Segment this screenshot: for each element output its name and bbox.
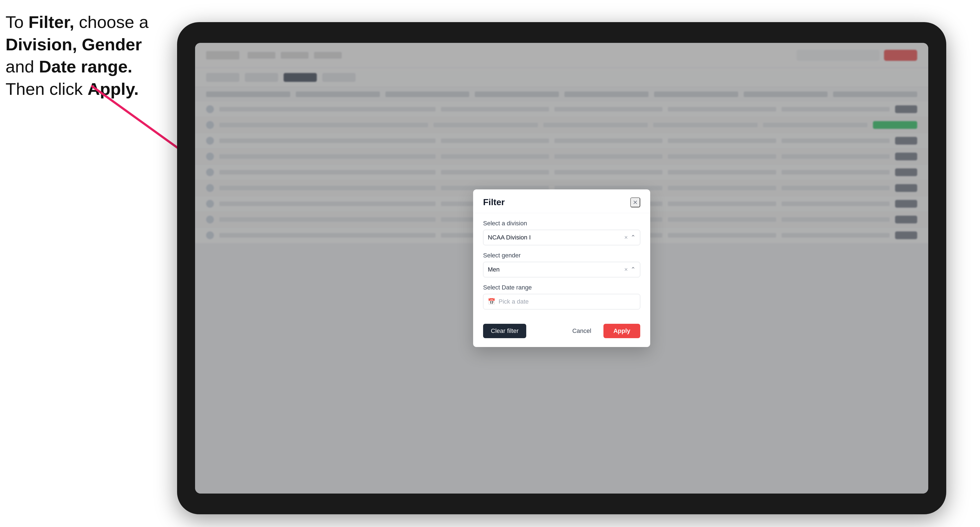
- instruction-bold3: Date range.: [39, 57, 132, 76]
- modal-close-button[interactable]: ×: [630, 197, 640, 207]
- modal-body: Select a division NCAA Division I × ⌃ Se…: [473, 220, 650, 324]
- division-arrow-icon[interactable]: ⌃: [630, 234, 636, 241]
- modal-overlay: Filter × Select a division NCAA Division…: [195, 43, 928, 494]
- instruction-text: To Filter, choose a Division, Gender and…: [6, 11, 166, 100]
- gender-clear-icon[interactable]: ×: [624, 266, 628, 273]
- modal-title: Filter: [483, 197, 505, 207]
- instruction-line2: choose a: [74, 13, 149, 32]
- division-form-group: Select a division NCAA Division I × ⌃: [483, 220, 640, 245]
- date-input[interactable]: 📅 Pick a date: [483, 294, 640, 310]
- tablet-frame: Filter × Select a division NCAA Division…: [177, 22, 946, 514]
- instruction-bold2: Division, Gender: [6, 35, 142, 54]
- division-controls: × ⌃: [624, 234, 636, 241]
- instruction-line3: and: [6, 57, 39, 76]
- clear-filter-button[interactable]: Clear filter: [483, 324, 526, 338]
- instruction-bold1: Filter,: [29, 13, 74, 32]
- cancel-button[interactable]: Cancel: [565, 324, 599, 338]
- instruction-bold4: Apply.: [88, 79, 138, 98]
- division-value: NCAA Division I: [488, 234, 531, 241]
- modal-header: Filter ×: [473, 189, 650, 213]
- gender-label: Select gender: [483, 252, 640, 259]
- tablet-screen: Filter × Select a division NCAA Division…: [195, 43, 928, 494]
- apply-button[interactable]: Apply: [603, 324, 640, 338]
- date-label: Select Date range: [483, 284, 640, 291]
- date-placeholder: Pick a date: [499, 298, 529, 305]
- division-select[interactable]: NCAA Division I × ⌃: [483, 230, 640, 245]
- modal-divider: [473, 213, 650, 213]
- filter-modal: Filter × Select a division NCAA Division…: [473, 189, 650, 347]
- date-form-group: Select Date range 📅 Pick a date: [483, 284, 640, 310]
- division-clear-icon[interactable]: ×: [624, 234, 628, 241]
- calendar-icon: 📅: [488, 298, 495, 305]
- modal-footer-right: Cancel Apply: [565, 324, 640, 338]
- instruction-line4: Then click: [6, 79, 88, 98]
- instruction-line1: To: [6, 13, 29, 32]
- division-label: Select a division: [483, 220, 640, 227]
- gender-select[interactable]: Men × ⌃: [483, 262, 640, 277]
- modal-footer: Clear filter Cancel Apply: [473, 324, 650, 347]
- gender-form-group: Select gender Men × ⌃: [483, 252, 640, 277]
- gender-value: Men: [488, 266, 500, 273]
- gender-controls: × ⌃: [624, 266, 636, 273]
- gender-arrow-icon[interactable]: ⌃: [630, 266, 636, 273]
